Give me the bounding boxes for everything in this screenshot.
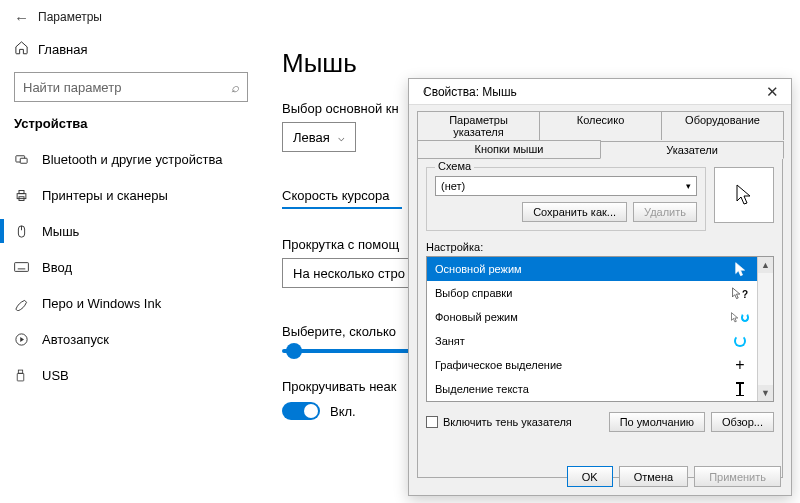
section-header: Устройства [14, 116, 248, 131]
scroll-with-dropdown[interactable]: На несколько стро [282, 258, 416, 288]
sidebar-item-label: Автозапуск [42, 332, 109, 347]
pointer-listbox[interactable]: Основной режим Выбор справки ? Фоновый р… [426, 256, 774, 402]
search-icon: ⌕ [231, 80, 239, 95]
list-item-precision-select[interactable]: Графическое выделение + [427, 353, 757, 377]
list-item-label: Занят [435, 335, 465, 347]
back-icon[interactable]: ← [14, 9, 38, 26]
svg-rect-2 [17, 193, 26, 198]
sidebar-item-label: Ввод [42, 260, 72, 275]
cursor-help-icon: ? [731, 287, 749, 300]
home-icon [14, 40, 38, 58]
mouse-icon [14, 224, 42, 239]
cursor-busy-icon [731, 335, 749, 347]
list-item-help-select[interactable]: Выбор справки ? [427, 281, 757, 305]
scroll-up-icon[interactable]: ▲ [758, 257, 773, 273]
cursor-preview [714, 167, 774, 223]
home-link[interactable]: Главная [14, 34, 248, 64]
tab-hardware[interactable]: Оборудование [661, 111, 784, 140]
use-default-button[interactable]: По умолчанию [609, 412, 705, 432]
keyboard-icon [14, 261, 42, 273]
dialog-titlebar: Свойства: Мышь ✕ [409, 79, 791, 105]
cursor-precision-icon: + [731, 357, 749, 373]
cursor-working-icon [731, 311, 749, 324]
cursor-text-icon [731, 382, 749, 396]
sidebar-item-printers[interactable]: Принтеры и сканеры [14, 177, 248, 213]
mouse-properties-dialog: Свойства: Мышь ✕ Параметры указателя Кол… [408, 78, 792, 496]
scheme-dropdown[interactable]: (нет) ▾ [435, 176, 697, 196]
sidebar-item-pen[interactable]: Перо и Windows Ink [14, 285, 248, 321]
page-title: Мышь [282, 48, 780, 79]
delete-button: Удалить [633, 202, 697, 222]
sidebar-item-label: Принтеры и сканеры [42, 188, 168, 203]
pointer-shadow-checkbox[interactable]: Включить тень указателя [426, 416, 572, 428]
dialog-button-row: OK Отмена Применить [567, 466, 781, 487]
apply-button: Применить [694, 466, 781, 487]
list-item-label: Выделение текста [435, 383, 529, 395]
toggle-state: Вкл. [330, 404, 356, 419]
cancel-button[interactable]: Отмена [619, 466, 688, 487]
sidebar-item-mouse[interactable]: Мышь [14, 213, 248, 249]
list-item-label: Графическое выделение [435, 359, 562, 371]
sidebar-item-typing[interactable]: Ввод [14, 249, 248, 285]
accent-underline [282, 207, 402, 209]
devices-icon [14, 152, 42, 167]
window-title: Параметры [38, 10, 102, 24]
sidebar-item-label: USB [42, 368, 69, 383]
cursor-arrow-icon [731, 262, 749, 277]
svg-rect-7 [15, 263, 29, 272]
svg-rect-3 [19, 190, 24, 193]
primary-button-dropdown[interactable]: Левая ⌵ [282, 122, 356, 152]
checkbox-label: Включить тень указателя [443, 416, 572, 428]
customize-label: Настройка: [426, 241, 774, 253]
list-item-label: Выбор справки [435, 287, 512, 299]
list-item-label: Основной режим [435, 263, 522, 275]
search-input[interactable]: Найти параметр ⌕ [14, 72, 248, 102]
save-as-button[interactable]: Сохранить как... [522, 202, 627, 222]
home-label: Главная [38, 42, 87, 57]
list-item-busy[interactable]: Занят [427, 329, 757, 353]
scheme-legend: Схема [435, 160, 474, 172]
scheme-value: (нет) [441, 180, 465, 192]
dialog-title: Свойства: Мышь [423, 85, 517, 99]
sidebar: Главная Найти параметр ⌕ Устройства Blue… [0, 34, 262, 420]
scheme-groupbox: Схема (нет) ▾ Сохранить как... Удалить [426, 167, 706, 231]
tab-pointer-options[interactable]: Параметры указателя [417, 111, 540, 140]
pen-icon [14, 296, 42, 311]
svg-rect-14 [17, 373, 24, 381]
sidebar-item-label: Перо и Windows Ink [42, 296, 161, 311]
tab-pointers[interactable]: Указатели [600, 141, 784, 159]
tab-wheel[interactable]: Колесико [539, 111, 662, 140]
svg-rect-1 [20, 158, 27, 163]
svg-rect-13 [18, 370, 22, 373]
tabstrip: Параметры указателя Колесико Оборудовани… [409, 105, 791, 158]
titlebar: ← Параметры [0, 0, 800, 34]
list-item-working-background[interactable]: Фоновый режим [427, 305, 757, 329]
printer-icon [14, 188, 42, 203]
sidebar-item-label: Мышь [42, 224, 79, 239]
list-item-normal-select[interactable]: Основной режим [427, 257, 757, 281]
dropdown-value: Левая [293, 130, 330, 145]
sidebar-item-usb[interactable]: USB [14, 357, 248, 393]
chevron-down-icon: ⌵ [338, 131, 345, 144]
browse-button[interactable]: Обзор... [711, 412, 774, 432]
sidebar-item-bluetooth[interactable]: Bluetooth и другие устройства [14, 141, 248, 177]
scroll-down-icon[interactable]: ▼ [758, 385, 773, 401]
tab-pane-pointers: Схема (нет) ▾ Сохранить как... Удалить Н… [417, 158, 783, 478]
tab-buttons[interactable]: Кнопки мыши [417, 140, 601, 158]
dropdown-value: На несколько стро [293, 266, 405, 281]
slider-thumb[interactable] [286, 343, 302, 359]
autoplay-icon [14, 332, 42, 347]
chevron-down-icon: ▾ [686, 181, 691, 191]
ok-button[interactable]: OK [567, 466, 613, 487]
list-item-text-select[interactable]: Выделение текста [427, 377, 757, 401]
sidebar-item-label: Bluetooth и другие устройства [42, 152, 222, 167]
listbox-scrollbar[interactable]: ▲ ▼ [757, 257, 773, 401]
close-icon[interactable]: ✕ [762, 83, 783, 101]
usb-icon [14, 368, 42, 383]
search-placeholder: Найти параметр [23, 80, 121, 95]
checkbox-box [426, 416, 438, 428]
sidebar-item-autoplay[interactable]: Автозапуск [14, 321, 248, 357]
list-item-label: Фоновый режим [435, 311, 518, 323]
